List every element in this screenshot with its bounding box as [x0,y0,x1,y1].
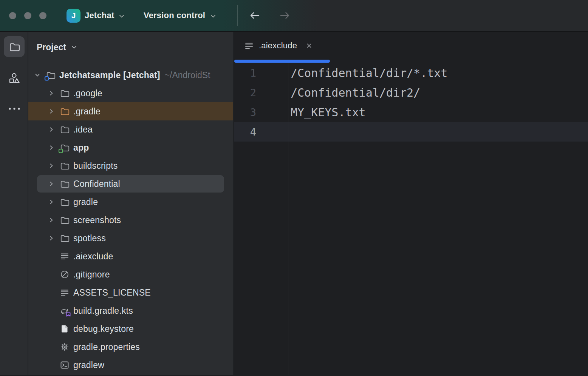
tree-item-spotless[interactable]: spotless [28,229,233,247]
ide-window: J Jetchat Version control [0,0,588,376]
tree-item-build-gradle-kts[interactable]: build.gradle.kts [28,302,233,320]
tree-item-screenshots[interactable]: screenshots [28,211,233,229]
tree-item-label: screenshots [73,215,121,225]
tree-item-jetchatsample-jetchat[interactable]: Jetchatsample [Jetchat]~/AndroidSt [28,66,233,84]
zoom-window-button[interactable] [39,12,46,19]
code-line[interactable]: 4 [234,122,588,142]
tree-item-gradle-properties[interactable]: gradle.properties [28,338,233,356]
tree-item-aiexclude[interactable]: .aiexclude [28,247,233,265]
tab-label: .aiexclude [259,41,297,51]
twisty-spacer [46,324,56,334]
tree-item-confidential[interactable]: Confidential [28,175,233,193]
tree-item-label: ASSETS_LICENSE [73,288,151,298]
window-controls [9,0,46,31]
tree-item-label: gradle [73,197,98,207]
chevron-right-icon[interactable] [46,161,56,171]
editor-tab-bar: .aiexclude [234,32,588,63]
arrow-left-icon [248,9,262,22]
gradle-kts-file-icon [60,306,70,316]
tree-item-gitignore[interactable]: .gitignore [28,265,233,284]
folder-icon [60,125,70,134]
code-text[interactable]: /Confidential/dir2/ [288,86,420,99]
folder-icon [60,106,70,116]
project-view-selector[interactable]: Project [37,39,233,56]
tree-item-gradlew[interactable]: gradlew [28,356,233,374]
project-root-folder-icon [46,70,56,80]
tree-item-label: debug.keystore [73,324,134,334]
tree-item-idea[interactable]: .idea [28,120,233,139]
chevron-right-icon[interactable] [46,179,56,189]
tree-item-gradle[interactable]: .gradle [28,102,233,120]
tree-item-label: .aiexclude [73,251,113,262]
vcs-label: Version control [144,11,205,20]
more-tool-windows-button[interactable] [4,98,25,119]
tree-item-gradle[interactable]: gradle [28,193,233,211]
text-file-icon [244,41,254,51]
ignored-file-icon [60,270,70,279]
tree-item-buildscripts[interactable]: buildscripts [28,157,233,175]
twisty-spacer [46,288,56,297]
chevron-right-icon[interactable] [46,88,56,98]
more-ellipsis-icon [8,107,21,111]
shell-file-icon [60,360,70,370]
tree-item-assets-license[interactable]: ASSETS_LICENSE [28,284,233,302]
code-editor[interactable]: 1/Confidential/dir/*.txt2/Confidential/d… [234,63,588,375]
document-file-icon [60,324,70,334]
titlebar-divider [237,5,238,26]
chevron-right-icon[interactable] [46,125,56,134]
editor-tab-aiexclude[interactable]: .aiexclude [234,32,330,60]
chevron-down-icon [210,13,217,20]
tree-item-label: .gitignore [73,270,110,280]
folder-icon [60,88,70,98]
tree-item-label: gradle.properties [73,342,140,352]
folder-icon [60,161,70,171]
folder-icon [60,215,70,225]
project-tree: Jetchatsample [Jetchat]~/AndroidSt.googl… [28,66,233,374]
vcs-widget[interactable]: Version control [144,0,217,31]
chevron-right-icon[interactable] [46,197,56,207]
project-selector[interactable]: J Jetchat [67,0,125,31]
twisty-spacer [46,270,56,279]
tree-item-label: Jetchatsample [Jetchat] [59,70,160,80]
chevron-right-icon[interactable] [46,143,56,153]
twisty-spacer [46,251,56,261]
project-name: Jetchat [85,11,114,20]
tree-item-app[interactable]: app [28,139,233,157]
line-number: 3 [234,106,288,118]
close-window-button[interactable] [9,12,16,19]
navigate-back-button[interactable] [246,0,263,31]
chevron-right-icon[interactable] [46,215,56,225]
folder-icon [60,197,70,207]
code-text[interactable]: MY_KEYS.txt [288,106,366,119]
structure-icon [8,72,20,85]
tree-item-label: .google [73,88,102,99]
twisty-spacer [46,306,56,316]
code-text[interactable]: /Confidential/dir/*.txt [288,66,447,80]
editor-area: .aiexclude 1/Confidential/dir/*.txt2/Con… [234,32,588,375]
chevron-down-icon [118,13,125,20]
folder-icon [60,233,70,243]
project-tool-window-button[interactable] [4,36,25,57]
code-line[interactable]: 3MY_KEYS.txt [234,102,588,122]
chevron-down-icon[interactable] [32,70,42,80]
code-line[interactable]: 2/Confidential/dir2/ [234,83,588,102]
tree-item-label: .idea [73,125,93,135]
gutter-divider [288,63,288,375]
tree-item-label: spotless [73,233,106,243]
chevron-right-icon[interactable] [46,233,56,243]
code-line[interactable]: 1/Confidential/dir/*.txt [234,63,588,83]
main-area: Project Jetchatsample [Jetchat]~/Android… [0,32,588,375]
properties-file-icon [60,342,70,352]
navigate-forward-button[interactable] [277,0,293,31]
tree-item-google[interactable]: .google [28,84,233,102]
text-file-icon [60,288,70,297]
minimize-window-button[interactable] [24,12,31,19]
tree-item-label: .gradle [73,106,101,117]
project-avatar: J [67,9,80,23]
line-number: 2 [234,87,288,99]
chevron-down-icon [70,43,78,51]
chevron-right-icon[interactable] [46,106,56,116]
tree-item-debug-keystore[interactable]: debug.keystore [28,320,233,338]
close-tab-icon[interactable] [306,42,313,49]
structure-tool-window-button[interactable] [4,68,25,89]
